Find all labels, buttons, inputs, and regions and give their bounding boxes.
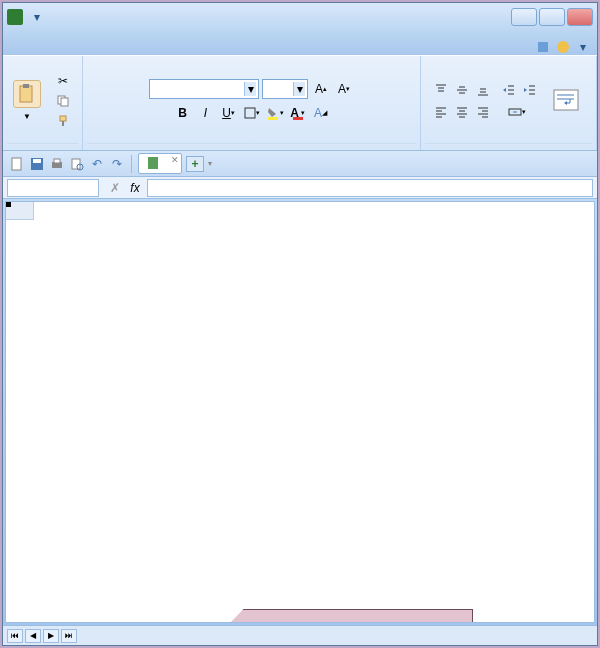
print-icon[interactable] bbox=[49, 156, 65, 172]
align-middle-button[interactable] bbox=[452, 80, 472, 100]
paste-icon bbox=[13, 80, 41, 108]
font-color-button[interactable]: A▾ bbox=[288, 103, 308, 123]
copy-icon bbox=[55, 93, 71, 109]
svg-rect-8 bbox=[245, 108, 255, 118]
brush-icon bbox=[55, 113, 71, 129]
clipboard-group: ▼ ✂ bbox=[3, 56, 83, 150]
svg-rect-43 bbox=[12, 158, 21, 170]
close-doc-icon[interactable]: ✕ bbox=[171, 155, 179, 165]
wrap-text-button[interactable] bbox=[546, 86, 586, 116]
title-bar: ▾ bbox=[3, 3, 597, 31]
align-bottom-button[interactable] bbox=[473, 80, 493, 100]
select-all-corner[interactable] bbox=[6, 202, 34, 220]
align-center-button[interactable] bbox=[452, 102, 472, 122]
spreadsheet-grid[interactable] bbox=[5, 201, 595, 623]
close-button[interactable] bbox=[567, 8, 593, 26]
svg-rect-47 bbox=[54, 159, 60, 163]
scissors-icon: ✂ bbox=[55, 73, 71, 89]
align-group: ▾ bbox=[421, 56, 597, 150]
svg-rect-50 bbox=[148, 157, 158, 169]
svg-rect-10 bbox=[293, 117, 303, 120]
align-right-button[interactable] bbox=[473, 102, 493, 122]
clear-format-button[interactable]: A◢ bbox=[311, 103, 331, 123]
save-icon[interactable] bbox=[29, 156, 45, 172]
bold-button[interactable]: B bbox=[173, 103, 193, 123]
prev-sheet-button[interactable]: ◀ bbox=[25, 629, 41, 643]
align-left-button[interactable] bbox=[431, 102, 451, 122]
copy-button[interactable] bbox=[51, 92, 78, 110]
wrap-icon bbox=[552, 88, 580, 112]
fill-color-button[interactable]: ▾ bbox=[265, 103, 285, 123]
font-size-combo[interactable]: ▾ bbox=[262, 79, 308, 99]
formula-bar[interactable] bbox=[147, 179, 593, 197]
app-icon bbox=[7, 9, 23, 25]
new-tab-button[interactable]: + bbox=[186, 156, 204, 172]
first-sheet-button[interactable]: ⏮ bbox=[7, 629, 23, 643]
increase-indent-button[interactable] bbox=[520, 80, 540, 100]
svg-rect-40 bbox=[554, 90, 578, 110]
grow-font-button[interactable]: A▴ bbox=[311, 79, 331, 99]
svg-rect-9 bbox=[268, 117, 278, 120]
svg-point-1 bbox=[557, 41, 569, 53]
print-preview-icon[interactable] bbox=[69, 156, 85, 172]
svg-rect-0 bbox=[538, 42, 548, 52]
format-painter-button[interactable] bbox=[51, 112, 78, 130]
svg-rect-2 bbox=[20, 86, 32, 102]
shrink-font-button[interactable]: A▾ bbox=[334, 79, 354, 99]
border-button[interactable]: ▾ bbox=[242, 103, 262, 123]
last-sheet-button[interactable]: ⏭ bbox=[61, 629, 77, 643]
next-sheet-button[interactable]: ▶ bbox=[43, 629, 59, 643]
italic-button[interactable]: I bbox=[196, 103, 216, 123]
font-group: ▾ ▾ A▴ A▾ B I U▾ ▾ ▾ A▾ A◢ bbox=[83, 56, 421, 150]
redo-icon[interactable]: ↷ bbox=[109, 156, 125, 172]
align-label bbox=[425, 143, 592, 148]
font-label bbox=[87, 143, 416, 148]
sheet-tab-bar: ⏮ ◀ ▶ ⏭ bbox=[3, 625, 597, 645]
maximize-button[interactable] bbox=[539, 8, 565, 26]
doc-icon bbox=[145, 155, 161, 171]
svg-rect-5 bbox=[61, 98, 68, 106]
ribbon: ▼ ✂ ▾ ▾ A▴ A▾ B I bbox=[3, 55, 597, 151]
svg-rect-6 bbox=[60, 116, 66, 121]
title-dropdown-icon[interactable]: ▾ bbox=[29, 9, 45, 25]
underline-button[interactable]: U▾ bbox=[219, 103, 239, 123]
svg-rect-7 bbox=[62, 121, 64, 126]
ribbon-tabs: ▾ bbox=[3, 31, 597, 55]
undo-icon[interactable]: ↶ bbox=[89, 156, 105, 172]
decrease-indent-button[interactable] bbox=[499, 80, 519, 100]
quick-access-toolbar: ↶ ↷ ✕ + ▾ bbox=[3, 151, 597, 177]
svg-rect-45 bbox=[33, 159, 41, 163]
formula-bar-row: ✗ fx bbox=[3, 177, 597, 199]
skin-icon[interactable] bbox=[535, 39, 551, 55]
fx-icon[interactable]: fx bbox=[127, 180, 143, 196]
name-box[interactable] bbox=[7, 179, 99, 197]
cancel-icon[interactable]: ✗ bbox=[107, 180, 123, 196]
merge-button[interactable]: ▾ bbox=[499, 102, 535, 122]
clipboard-label bbox=[7, 143, 78, 148]
assistant-icon[interactable] bbox=[555, 39, 571, 55]
font-name-combo[interactable]: ▾ bbox=[149, 79, 259, 99]
minimize-button[interactable] bbox=[511, 8, 537, 26]
help-icon[interactable]: ▾ bbox=[575, 39, 591, 55]
cut-button[interactable]: ✂ bbox=[51, 72, 78, 90]
svg-rect-3 bbox=[23, 84, 29, 88]
align-top-button[interactable] bbox=[431, 80, 451, 100]
paste-button[interactable]: ▼ bbox=[7, 78, 47, 123]
document-tab[interactable]: ✕ bbox=[138, 153, 182, 174]
callout-shape[interactable] bbox=[203, 609, 473, 623]
new-icon[interactable] bbox=[9, 156, 25, 172]
